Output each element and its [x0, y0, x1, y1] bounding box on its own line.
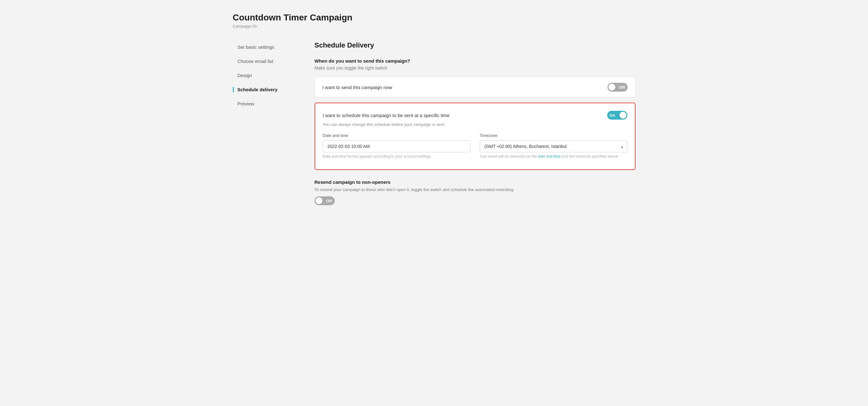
date-time-label: Date and time [323, 133, 470, 138]
section-title: Schedule Delivery [315, 41, 636, 50]
timezone-hint: Your email will be delivered on the date… [480, 154, 627, 158]
page-title: Countdown Timer Campaign [233, 12, 636, 23]
timezone-select[interactable]: (GMT +02:00) Athens, Bucharest, Istanbul [480, 140, 627, 152]
main-content: Schedule Delivery When do you want to se… [315, 41, 636, 205]
send-now-label: I want to send this campaign now [322, 85, 392, 90]
sidebar: Set basic settings Choose email list Des… [233, 41, 296, 205]
send-now-row: I want to send this campaign now Off [315, 77, 636, 97]
timezone-label: Timezone [480, 133, 627, 138]
schedule-toggle[interactable]: On [607, 111, 627, 120]
send-now-toggle[interactable]: Off [608, 83, 628, 92]
sidebar-item-schedule-delivery[interactable]: Schedule delivery [233, 87, 296, 92]
question-title: When do you want to send this campaign? [315, 58, 636, 64]
send-now-toggle-label: Off [619, 85, 625, 90]
timezone-group: Timezone (GMT +02:00) Athens, Bucharest,… [480, 133, 627, 158]
resend-toggle-thumb [315, 197, 322, 204]
date-time-group: Date and time Date and time format appea… [323, 133, 470, 158]
schedule-toggle-thumb [619, 112, 626, 119]
resend-section: Resend campaign to non-openers To resend… [315, 179, 636, 205]
timezone-hint-link[interactable]: date and time [538, 154, 561, 158]
resend-toggle[interactable]: Off [315, 196, 636, 205]
campaign-id-label: Campaign ID: [233, 24, 636, 29]
date-time-input[interactable] [323, 140, 470, 152]
sidebar-item-set-basic-settings[interactable]: Set basic settings [233, 45, 296, 50]
send-now-toggle-thumb [609, 84, 615, 91]
schedule-header: I want to schedule this campaign to be s… [323, 111, 627, 120]
schedule-label: I want to schedule this campaign to be s… [323, 113, 450, 118]
date-time-hint: Date and time format appears according t… [323, 154, 470, 158]
resend-toggle-track[interactable]: Off [315, 196, 335, 205]
schedule-toggle-label: On [610, 113, 615, 118]
resend-title: Resend campaign to non-openers [315, 179, 636, 185]
question-subtitle: Make sure you toggle the right switch [315, 65, 636, 70]
resend-subtitle: To resend your campaign to those who did… [315, 187, 636, 192]
sidebar-item-design[interactable]: Design [233, 73, 296, 78]
sidebar-item-preview[interactable]: Preview [233, 101, 296, 106]
schedule-box: I want to schedule this campaign to be s… [315, 103, 636, 170]
resend-toggle-label: Off [326, 199, 332, 203]
send-now-toggle-track[interactable]: Off [608, 83, 628, 92]
schedule-info: You can always change this schedule befo… [323, 122, 627, 127]
timezone-select-wrapper: (GMT +02:00) Athens, Bucharest, Istanbul… [480, 140, 627, 154]
schedule-toggle-track[interactable]: On [607, 111, 627, 120]
sidebar-item-choose-email-list[interactable]: Choose email list [233, 59, 296, 64]
fields-row: Date and time Date and time format appea… [323, 133, 627, 158]
